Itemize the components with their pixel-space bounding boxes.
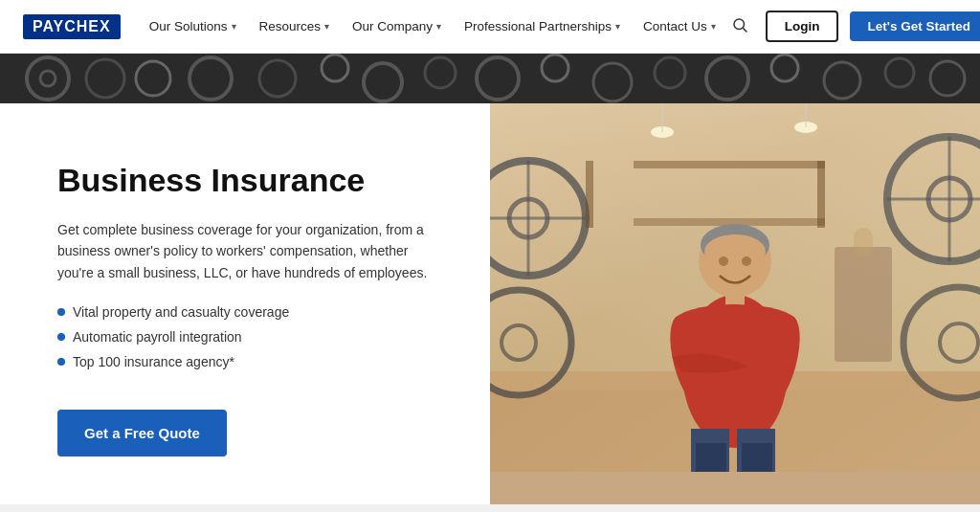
svg-rect-55 — [854, 228, 873, 256]
hero-right — [490, 103, 980, 504]
svg-point-0 — [734, 19, 745, 30]
nav-item-contact[interactable]: Contact Us ▾ — [634, 13, 725, 39]
svg-line-1 — [743, 28, 746, 32]
bullet-icon — [57, 333, 65, 341]
chevron-down-icon: ▾ — [232, 21, 236, 32]
svg-rect-36 — [634, 161, 825, 168]
chevron-down-icon: ▾ — [324, 21, 329, 32]
chevron-down-icon: ▾ — [436, 21, 441, 32]
svg-point-43 — [704, 234, 766, 269]
nav-actions: Login Let's Get Started — [725, 11, 980, 43]
chevron-down-icon: ▾ — [615, 21, 620, 32]
svg-rect-53 — [742, 443, 772, 472]
logo[interactable]: PAYCHEX — [23, 14, 121, 39]
list-item: Automatic payroll integration — [57, 329, 433, 345]
hero-title: Business Insurance — [57, 161, 433, 200]
nav-item-company[interactable]: Our Company ▾ — [343, 13, 451, 39]
nav-item-solutions[interactable]: Our Solutions ▾ — [140, 13, 246, 39]
hero-description: Get complete business coverage for your … — [57, 219, 433, 283]
hero-image — [490, 103, 980, 472]
get-started-button[interactable]: Let's Get Started — [850, 11, 980, 41]
hero-section: Business Insurance Get complete business… — [0, 103, 980, 504]
login-button[interactable]: Login — [766, 11, 839, 42]
get-quote-button[interactable]: Get a Free Quote — [57, 410, 227, 456]
banner-image — [0, 54, 980, 103]
list-item: Vital property and casualty coverage — [57, 304, 433, 320]
hero-left: Business Insurance Get complete business… — [0, 103, 490, 504]
svg-point-45 — [742, 256, 751, 266]
navbar: PAYCHEX Our Solutions ▾ Resources ▾ Our … — [0, 0, 980, 54]
search-button[interactable] — [725, 11, 754, 43]
nav-item-partnerships[interactable]: Professional Partnerships ▾ — [455, 13, 630, 39]
chevron-down-icon: ▾ — [711, 21, 716, 32]
svg-rect-52 — [696, 443, 726, 472]
search-icon — [731, 16, 748, 33]
logo-text: PAYCHEX — [23, 14, 121, 39]
bullet-icon — [57, 358, 65, 366]
svg-rect-54 — [835, 247, 892, 362]
hero-bullets: Vital property and casualty coverage Aut… — [57, 304, 433, 379]
nav-item-resources[interactable]: Resources ▾ — [250, 13, 340, 39]
list-item: Top 100 insurance agency* — [57, 354, 433, 369]
svg-point-44 — [719, 256, 728, 266]
svg-rect-38 — [586, 161, 593, 228]
bullet-icon — [57, 308, 65, 316]
bottom-section: Comprehensive Coverage for Your Business… — [0, 504, 980, 512]
svg-rect-39 — [817, 161, 825, 228]
nav-links: Our Solutions ▾ Resources ▾ Our Company … — [140, 13, 725, 39]
hero-banner-strip — [0, 54, 980, 103]
